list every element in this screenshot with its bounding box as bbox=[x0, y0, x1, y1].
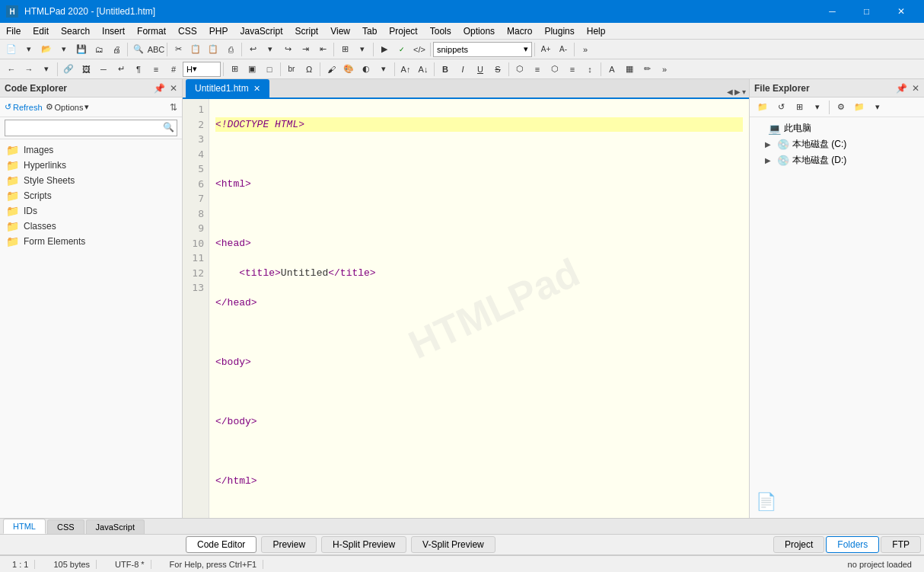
close-button[interactable]: ✕ bbox=[884, 0, 918, 23]
rule-btn[interactable]: ─ bbox=[95, 61, 112, 78]
tab-code-editor[interactable]: Code Editor bbox=[186, 536, 256, 553]
font-color[interactable]: A bbox=[604, 61, 620, 78]
tab-list-button[interactable]: ▾ bbox=[742, 88, 746, 96]
para-btn[interactable]: ¶ bbox=[130, 61, 147, 78]
heading-dropdown[interactable]: H▾ bbox=[183, 62, 221, 77]
menu-insert[interactable]: Insert bbox=[96, 23, 131, 40]
up-dir-button[interactable]: 📁 bbox=[851, 99, 868, 116]
options-button[interactable]: ⚙ Options ▾ bbox=[46, 102, 90, 112]
refresh-files-button[interactable]: ↺ bbox=[773, 99, 789, 116]
italic-btn[interactable]: I bbox=[454, 61, 471, 78]
align-center[interactable]: ≡ bbox=[529, 61, 546, 78]
prev-tab-button[interactable]: ◀ bbox=[727, 88, 733, 96]
list-item[interactable]: 📁 Form Elements bbox=[0, 234, 182, 249]
search-input[interactable] bbox=[5, 120, 177, 136]
align-right[interactable]: ⬡ bbox=[546, 61, 563, 78]
print-button[interactable]: 🖨 bbox=[108, 41, 125, 58]
tab-html[interactable]: HTML bbox=[3, 519, 46, 534]
new-dropdown[interactable]: ▾ bbox=[21, 41, 37, 58]
list-item[interactable]: 📁 IDs bbox=[0, 203, 182, 219]
color-btn1[interactable]: 🎨 bbox=[340, 61, 357, 78]
menu-project[interactable]: Project bbox=[383, 23, 423, 40]
nav-dropdown[interactable]: ▾ bbox=[38, 61, 55, 78]
div-btn[interactable]: □ bbox=[261, 61, 278, 78]
table-btn[interactable]: ⊞ bbox=[226, 61, 243, 78]
tag-btn2[interactable]: A- bbox=[555, 41, 572, 58]
line-spacing[interactable]: ↕ bbox=[581, 61, 598, 78]
tab-preview[interactable]: Preview bbox=[261, 536, 317, 553]
more-btn[interactable]: » bbox=[577, 41, 594, 58]
menu-edit[interactable]: Edit bbox=[27, 23, 55, 40]
menu-php[interactable]: PHP bbox=[203, 23, 234, 40]
menu-options[interactable]: Options bbox=[457, 23, 501, 40]
save-all-button[interactable]: 🗂 bbox=[91, 41, 107, 58]
cut-button[interactable]: ✂ bbox=[170, 41, 186, 58]
font-size-dec[interactable]: A↓ bbox=[415, 61, 432, 78]
color-dropdown[interactable]: ▾ bbox=[375, 61, 392, 78]
br-btn[interactable]: br bbox=[283, 61, 300, 78]
menu-javascript[interactable]: JavaScript bbox=[234, 23, 288, 40]
more-btn-2[interactable]: » bbox=[656, 61, 673, 78]
tab-javascript[interactable]: JavaScript bbox=[86, 519, 145, 534]
paste-special[interactable]: ⎙ bbox=[222, 41, 239, 58]
new-folder-button[interactable]: 📁 bbox=[754, 99, 771, 116]
list-item[interactable]: ▶ 💿 本地磁盘 (C:) bbox=[750, 136, 924, 152]
undo-dropdown[interactable]: ▾ bbox=[262, 41, 279, 58]
list-item[interactable]: 📁 Scripts bbox=[0, 188, 182, 203]
new-button[interactable]: 📄 bbox=[3, 41, 20, 58]
save-button[interactable]: 💾 bbox=[73, 41, 90, 58]
menu-css[interactable]: CSS bbox=[172, 23, 203, 40]
refresh-button[interactable]: ↺ Refresh bbox=[5, 102, 43, 112]
undo-button[interactable]: ↩ bbox=[244, 41, 261, 58]
check-btn[interactable]: ✓ bbox=[393, 41, 410, 58]
symbol-btn[interactable]: Ω bbox=[301, 61, 317, 78]
list-item[interactable]: 💻 此电脑 bbox=[750, 120, 924, 136]
menu-view[interactable]: View bbox=[324, 23, 356, 40]
forward-button[interactable]: → bbox=[21, 61, 37, 78]
spellcheck-button[interactable]: ABC bbox=[148, 41, 164, 58]
menu-file[interactable]: File bbox=[0, 23, 27, 40]
menu-tab[interactable]: Tab bbox=[356, 23, 383, 40]
redo-button[interactable]: ↪ bbox=[279, 41, 296, 58]
snippet-dropdown[interactable]: snippets▾ bbox=[433, 42, 532, 57]
unindent-button[interactable]: ⇤ bbox=[314, 41, 331, 58]
link-btn[interactable]: 🔗 bbox=[60, 61, 77, 78]
list-item[interactable]: 📁 Style Sheets bbox=[0, 173, 182, 188]
tab-h-split-preview[interactable]: H-Split Preview bbox=[321, 536, 406, 553]
maximize-button[interactable]: □ bbox=[849, 0, 884, 23]
view-btn[interactable]: ⊞ bbox=[336, 41, 353, 58]
list-ul-btn[interactable]: ≡ bbox=[148, 61, 164, 78]
color-btn2[interactable]: ◐ bbox=[358, 61, 374, 78]
tab-css[interactable]: CSS bbox=[47, 519, 84, 534]
pin-button[interactable]: 📌 bbox=[154, 83, 165, 94]
tab-folders[interactable]: Folders bbox=[826, 536, 879, 553]
copy-button[interactable]: 📋 bbox=[187, 41, 204, 58]
open-dropdown[interactable]: ▾ bbox=[56, 41, 72, 58]
menu-help[interactable]: Help bbox=[581, 23, 612, 40]
bg-color[interactable]: ▦ bbox=[621, 61, 638, 78]
strikethrough-btn[interactable]: S bbox=[489, 61, 506, 78]
code-content[interactable]: <!DOCTYPE HTML> <html> <head> <title>Unt… bbox=[209, 99, 749, 518]
code-btn[interactable]: </> bbox=[411, 41, 428, 58]
indent-button[interactable]: ⇥ bbox=[297, 41, 314, 58]
right-close-button[interactable]: ✕ bbox=[912, 83, 919, 94]
break-btn[interactable]: ↵ bbox=[113, 61, 129, 78]
list-ol-btn[interactable]: # bbox=[165, 61, 182, 78]
tag-btn1[interactable]: A+ bbox=[537, 41, 554, 58]
align-justify[interactable]: ≡ bbox=[564, 61, 581, 78]
menu-macro[interactable]: Macro bbox=[501, 23, 538, 40]
view-options-button[interactable]: ▾ bbox=[809, 99, 826, 116]
underline-btn[interactable]: U bbox=[472, 61, 489, 78]
tab-close-button[interactable]: ✕ bbox=[253, 84, 260, 94]
section-btn[interactable]: ▣ bbox=[244, 61, 260, 78]
tab-ftp[interactable]: FTP bbox=[881, 536, 921, 553]
view-dropdown[interactable]: ▾ bbox=[354, 41, 371, 58]
brush-btn[interactable]: 🖌 bbox=[323, 61, 339, 78]
menu-format[interactable]: Format bbox=[131, 23, 172, 40]
next-tab-button[interactable]: ▶ bbox=[734, 88, 741, 96]
align-left[interactable]: ⬡ bbox=[511, 61, 528, 78]
gear-files-button[interactable]: ⚙ bbox=[833, 99, 849, 116]
menu-plugins[interactable]: Plugins bbox=[538, 23, 580, 40]
list-item[interactable]: ▶ 💿 本地磁盘 (D:) bbox=[750, 152, 924, 168]
minimize-button[interactable]: ─ bbox=[815, 0, 849, 23]
